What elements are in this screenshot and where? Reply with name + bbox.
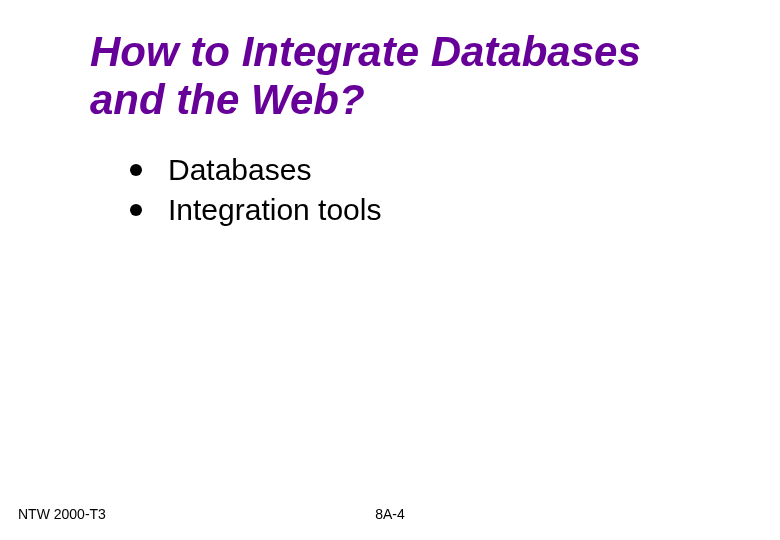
list-item: Databases (130, 153, 780, 187)
bullet-icon (130, 204, 142, 216)
bullet-list: Databases Integration tools (0, 153, 780, 227)
slide: How to Integrate Databases and the Web? … (0, 0, 780, 540)
list-item: Integration tools (130, 193, 780, 227)
footer-page-number: 8A-4 (375, 506, 405, 522)
bullet-text: Databases (168, 153, 311, 187)
footer-left: NTW 2000-T3 (18, 506, 106, 522)
slide-title: How to Integrate Databases and the Web? (0, 28, 780, 125)
bullet-text: Integration tools (168, 193, 381, 227)
bullet-icon (130, 164, 142, 176)
